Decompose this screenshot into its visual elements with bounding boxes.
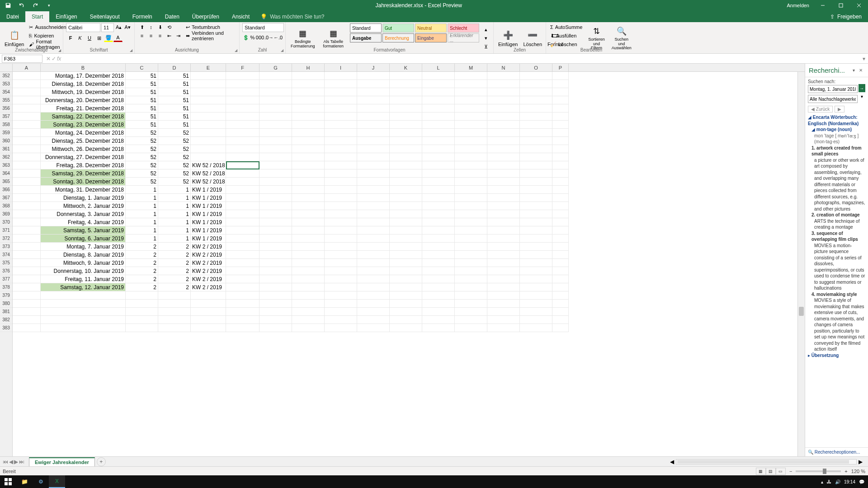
cell[interactable]	[13, 80, 41, 88]
row-header-354[interactable]: 354	[0, 88, 12, 96]
cell[interactable]	[259, 178, 292, 186]
cell[interactable]	[357, 104, 390, 113]
cell[interactable]	[487, 153, 520, 161]
cell[interactable]	[191, 121, 226, 129]
sheet-tab-ewiger[interactable]: Ewiger Jahreskalender	[29, 457, 95, 466]
formula-bar-expand[interactable]: ▾	[860, 56, 868, 62]
cell[interactable]	[325, 226, 357, 235]
cell[interactable]	[520, 121, 552, 129]
tab-ueberpruefen[interactable]: Überprüfen	[186, 11, 226, 22]
cell[interactable]	[390, 169, 422, 178]
cell[interactable]	[487, 113, 520, 121]
cell[interactable]	[357, 121, 390, 129]
cell[interactable]: Dienstag, 18. Dezember 2018	[41, 80, 126, 88]
cell[interactable]: 51	[126, 96, 158, 104]
cell[interactable]	[455, 80, 487, 88]
cell[interactable]: 51	[158, 88, 191, 96]
cell[interactable]	[422, 104, 455, 113]
cell[interactable]	[357, 324, 390, 332]
cell[interactable]	[13, 169, 41, 178]
sheet-nav-prev[interactable]: ◀	[9, 459, 13, 465]
cell[interactable]	[158, 316, 191, 324]
cell[interactable]	[13, 275, 41, 283]
cell[interactable]	[357, 194, 390, 202]
cell[interactable]	[357, 210, 390, 218]
cell[interactable]: Dienstag, 1. Januar 2019	[41, 194, 126, 202]
cell[interactable]	[325, 267, 357, 275]
cell[interactable]: 1	[158, 202, 191, 210]
style-ausgabe[interactable]: Ausgabe	[350, 33, 382, 42]
cell[interactable]	[422, 113, 455, 121]
cell[interactable]	[292, 210, 325, 218]
cell[interactable]	[487, 251, 520, 259]
row-header-376[interactable]: 376	[0, 267, 12, 275]
cell[interactable]	[292, 243, 325, 251]
percent-format-button[interactable]: %	[250, 33, 255, 42]
col-header-J[interactable]: J	[357, 64, 390, 71]
col-header-B[interactable]: B	[41, 64, 126, 71]
cell[interactable]	[422, 137, 455, 145]
underline-button[interactable]: U	[85, 34, 94, 42]
cell[interactable]	[422, 202, 455, 210]
cell[interactable]	[259, 88, 292, 96]
taskbar-excel[interactable]: X	[49, 475, 65, 488]
cell[interactable]: KW 1 / 2019	[191, 235, 226, 243]
cell[interactable]	[520, 161, 552, 169]
cell[interactable]	[390, 275, 422, 283]
cell[interactable]	[259, 251, 292, 259]
cell[interactable]	[422, 324, 455, 332]
row-header-359[interactable]: 359	[0, 129, 12, 137]
cell[interactable]: Samstag, 22. Dezember 2018	[41, 113, 126, 121]
cell[interactable]	[126, 316, 158, 324]
cell[interactable]	[292, 88, 325, 96]
cell[interactable]	[390, 251, 422, 259]
cell[interactable]	[552, 145, 569, 153]
cell[interactable]	[226, 226, 259, 235]
cell[interactable]: Donnerstag, 27. Dezember 2018	[41, 153, 126, 161]
cell[interactable]	[390, 113, 422, 121]
cell[interactable]	[455, 137, 487, 145]
style-schlecht[interactable]: Schlecht	[448, 23, 479, 33]
cell[interactable]: KW 2 / 2019	[191, 243, 226, 251]
cell[interactable]	[259, 72, 292, 80]
style-erklar[interactable]: Erklärender ...	[448, 33, 479, 42]
cell[interactable]	[390, 153, 422, 161]
style-berechnung[interactable]: Berechnung	[382, 33, 414, 42]
cell[interactable]	[455, 235, 487, 243]
cell[interactable]	[390, 186, 422, 194]
align-center-button[interactable]: ≡	[146, 32, 156, 40]
cell[interactable]	[357, 153, 390, 161]
cell[interactable]	[259, 267, 292, 275]
cell[interactable]	[292, 218, 325, 226]
cell[interactable]	[520, 129, 552, 137]
cell[interactable]	[390, 259, 422, 267]
add-sheet-button[interactable]: +	[97, 457, 106, 466]
cell[interactable]	[487, 178, 520, 186]
cell[interactable]: 51	[158, 104, 191, 113]
cell[interactable]: 51	[126, 88, 158, 96]
cell[interactable]	[487, 283, 520, 291]
cell[interactable]	[390, 145, 422, 153]
cell[interactable]	[259, 300, 292, 308]
cell[interactable]	[13, 251, 41, 259]
cell[interactable]	[422, 194, 455, 202]
cell[interactable]: Samstag, 5. Januar 2019	[41, 226, 126, 235]
cell[interactable]	[357, 226, 390, 235]
col-header-G[interactable]: G	[259, 64, 292, 71]
row-header-383[interactable]: 383	[0, 324, 12, 332]
taskbar-explorer[interactable]: 📁	[16, 475, 33, 488]
cell[interactable]: Samstag, 12. Januar 2019	[41, 283, 126, 291]
cell[interactable]	[292, 226, 325, 235]
cell[interactable]: 2	[126, 283, 158, 291]
cell[interactable]	[226, 129, 259, 137]
tray-clock[interactable]: 19:14	[844, 479, 855, 484]
cell[interactable]: 1	[158, 210, 191, 218]
cell[interactable]: Sonntag, 23. Dezember 2018	[41, 121, 126, 129]
cell[interactable]	[325, 137, 357, 145]
cell[interactable]	[520, 72, 552, 80]
align-left-button[interactable]: ≡	[137, 32, 146, 40]
cell[interactable]	[325, 96, 357, 104]
row-header-361[interactable]: 361	[0, 145, 12, 153]
row-header-369[interactable]: 369	[0, 210, 12, 218]
cell[interactable]	[390, 226, 422, 235]
